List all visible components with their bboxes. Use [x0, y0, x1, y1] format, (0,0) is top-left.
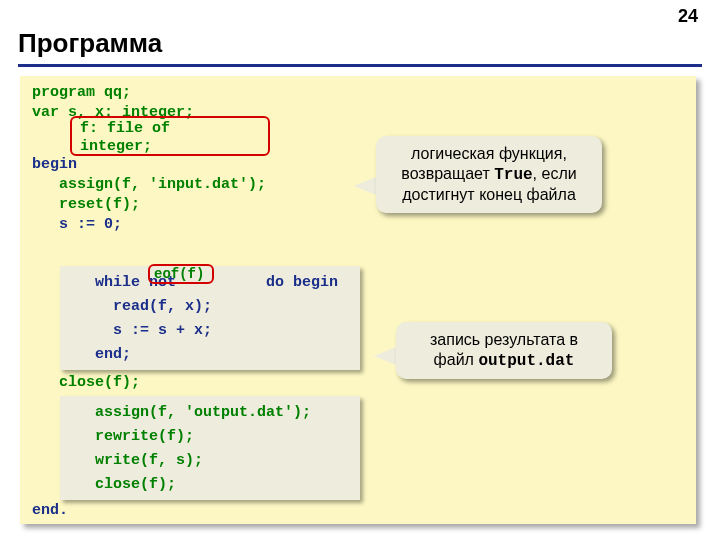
- callout-output-line2: файл output.dat: [410, 350, 598, 371]
- callout-eof-line3: достигнут конец файла: [390, 185, 588, 205]
- code-line-sum: s := s + x;: [68, 322, 212, 339]
- code-line-assign-out: assign(f, 'output.dat');: [68, 404, 311, 421]
- callout-output: запись результата в файл output.dat: [396, 322, 612, 379]
- code-eof: eof(f): [154, 266, 204, 282]
- callout-eof-l2c: , если: [533, 165, 577, 182]
- callout-eof-line2: возвращает True, если: [390, 164, 588, 185]
- callout-eof-line1: логическая функция,: [390, 144, 588, 164]
- code-line-begin: begin: [32, 156, 77, 173]
- code-line-close2: close(f);: [68, 476, 176, 493]
- code-line-program: program qq;: [32, 84, 131, 101]
- callout-eof-true: True: [494, 166, 532, 184]
- code-line-s0: s := 0;: [32, 216, 122, 233]
- code-line-close1: close(f);: [32, 374, 140, 391]
- callout-eof-l2a: возвращает: [401, 165, 494, 182]
- code-line-reset: reset(f);: [32, 196, 140, 213]
- callout-tail-2: [374, 346, 398, 366]
- page-title: Программа: [18, 28, 162, 59]
- code-line-endloop: end;: [68, 346, 131, 363]
- code-line-assign-in: assign(f, 'input.dat');: [32, 176, 266, 193]
- callout-output-line1: запись результата в: [410, 330, 598, 350]
- code-line-end: end.: [32, 502, 68, 519]
- callout-tail-1: [354, 176, 378, 196]
- code-line-read: read(f, x);: [68, 298, 212, 315]
- page-number: 24: [678, 6, 698, 27]
- callout-eof: логическая функция, возвращает True, есл…: [376, 136, 602, 213]
- code-line-rewrite: rewrite(f);: [68, 428, 194, 445]
- code-file-decl-a: f: file of: [80, 120, 170, 137]
- title-underline: [18, 64, 702, 67]
- callout-output-file: output.dat: [478, 352, 574, 370]
- main-code-block: program qq; var s, x: integer; f: file o…: [20, 76, 696, 524]
- code-line-write: write(f, s);: [68, 452, 203, 469]
- callout-output-l2a: файл: [434, 351, 479, 368]
- code-file-decl-b: integer;: [80, 138, 152, 155]
